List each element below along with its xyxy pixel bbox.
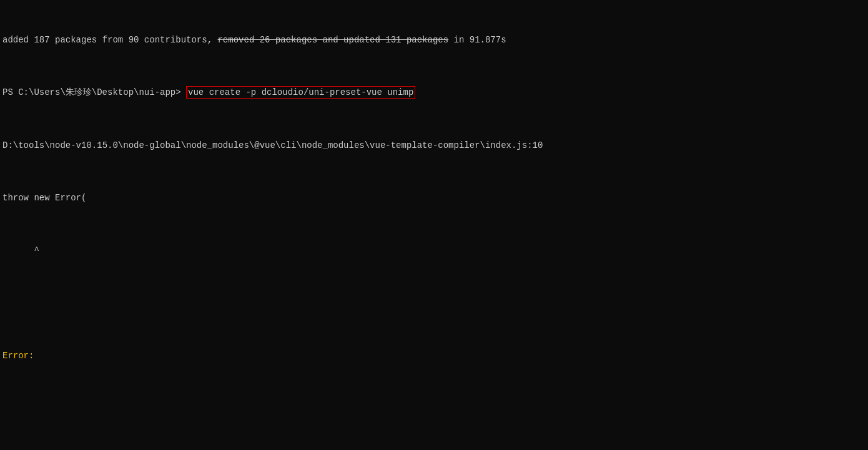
output-line-6 xyxy=(2,296,866,309)
output-line-8 xyxy=(2,402,866,414)
text-segment: in 91.877s xyxy=(448,35,506,45)
strikethrough-text: removed 26 packages and updated 131 pack… xyxy=(217,35,448,45)
path-text: D:\tools\node-v10.15.0\node-global\node_… xyxy=(2,140,543,150)
ps-prompt: PS C:\Users\朱珍珍\Desktop\nui-app> xyxy=(2,87,186,97)
output-line-2: PS C:\Users\朱珍珍\Desktop\nui-app> vue cre… xyxy=(2,86,866,99)
error-label: Error: xyxy=(2,351,34,361)
output-line-5: ^ xyxy=(2,244,866,257)
command-text: vue create -p dcloudio/uni-preset-vue un… xyxy=(188,87,413,97)
command-highlighted: vue create -p dcloudio/uni-preset-vue un… xyxy=(186,86,415,99)
output-line-7: Error: xyxy=(2,350,866,362)
output-line-3: D:\tools\node-v10.15.0\node-global\node_… xyxy=(2,139,866,152)
caret-text: ^ xyxy=(2,245,39,255)
output-line-4: throw new Error( xyxy=(2,192,866,204)
text-segment: added 187 packages from 90 contributors, xyxy=(2,35,217,45)
output-line-1: added 187 packages from 90 contributors,… xyxy=(2,34,866,46)
terminal-window: added 187 packages from 90 contributors,… xyxy=(0,2,868,450)
throw-text: throw new Error( xyxy=(2,193,86,203)
